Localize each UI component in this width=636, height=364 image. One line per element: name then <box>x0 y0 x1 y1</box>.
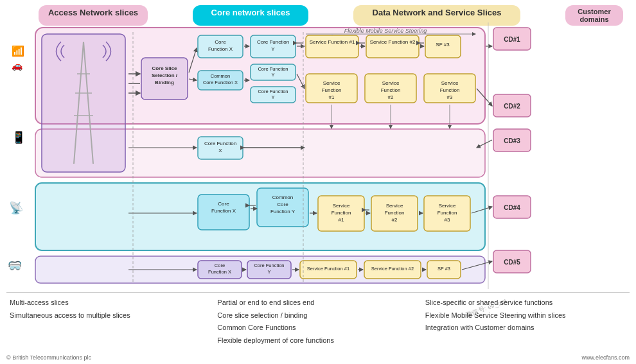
svg-text:Common: Common <box>211 73 230 79</box>
svg-text:Y: Y <box>271 72 274 78</box>
svg-text:Binding: Binding <box>155 80 174 85</box>
svg-text:CD#3: CD#3 <box>504 137 520 144</box>
svg-text:Function: Function <box>322 87 342 93</box>
svg-text:Y: Y <box>267 269 270 275</box>
bottom-col-2: Partial or end to end slices end Core sl… <box>214 298 421 348</box>
svg-text:SF #3: SF #3 <box>437 266 450 272</box>
footer-right: www.elecfans.com <box>581 354 630 361</box>
svg-text:Service: Service <box>333 203 350 209</box>
svg-text:#3: #3 <box>447 94 453 100</box>
svg-text:Y: Y <box>271 46 275 52</box>
svg-text:#1: #1 <box>339 217 344 223</box>
svg-text:#2: #2 <box>388 94 394 100</box>
svg-text:📡: 📡 <box>9 201 24 215</box>
svg-rect-68 <box>257 188 308 227</box>
bottom-text-data-1: Slice-specific or shared service functio… <box>425 298 626 308</box>
svg-text:Function X: Function X <box>208 269 231 275</box>
footer-left: © British Telecommunications plc <box>6 354 91 361</box>
svg-text:#2: #2 <box>392 217 398 223</box>
bottom-text-core-3: Common Core Functions <box>217 323 418 333</box>
svg-text:Core Function: Core Function <box>204 141 236 146</box>
svg-rect-25 <box>141 58 188 100</box>
svg-text:🚗: 🚗 <box>12 60 23 71</box>
bottom-text-access-1: Multi-access slices <box>10 298 211 308</box>
bottom-col-1: Multi-access slices Simultaneous access … <box>6 298 214 348</box>
bottom-section: Multi-access slices Simultaneous access … <box>6 292 630 348</box>
main-container: Access Network slices Core network slice… <box>0 0 636 364</box>
svg-text:Core Function: Core Function <box>254 263 284 268</box>
svg-text:Core Function: Core Function <box>257 39 289 45</box>
svg-text:CD#2: CD#2 <box>504 103 520 110</box>
svg-text:Core Slice: Core Slice <box>152 65 177 71</box>
svg-text:#3: #3 <box>445 217 450 223</box>
svg-text:Service: Service <box>323 80 340 86</box>
bottom-text-core-2: Core slice selection / binding <box>217 311 418 320</box>
svg-text:Function: Function <box>385 210 405 216</box>
svg-text:Flexible Mobile Service Steeri: Flexible Mobile Service Steering <box>344 28 427 34</box>
svg-text:CD#4: CD#4 <box>504 204 520 211</box>
svg-text:📱: 📱 <box>12 130 26 144</box>
svg-text:Service: Service <box>439 203 456 209</box>
svg-text:Selection /: Selection / <box>152 73 178 78</box>
svg-text:Core Function: Core Function <box>258 89 288 94</box>
svg-text:Core: Core <box>215 263 225 268</box>
svg-text:CD#5: CD#5 <box>504 259 520 266</box>
svg-text:Common: Common <box>272 195 293 200</box>
svg-text:Core: Core <box>215 39 226 45</box>
bottom-text-access-2: Simultaneous access to multiple slices <box>10 311 211 320</box>
svg-text:Service Function #1: Service Function #1 <box>310 39 355 45</box>
bottom-text-core-4: Flexible deployment of core functions <box>217 336 418 345</box>
bottom-text-data-2: Flexible Mobile Service Steering within … <box>425 311 626 320</box>
svg-text:Function X: Function X <box>208 46 233 52</box>
svg-text:#1: #1 <box>329 94 335 100</box>
svg-text:Service Function #2: Service Function #2 <box>371 266 414 272</box>
svg-text:X: X <box>218 148 222 153</box>
bottom-text-core-1: Partial or end to end slices end <box>217 298 418 308</box>
svg-text:Service: Service <box>441 80 459 86</box>
svg-text:SF #3: SF #3 <box>436 42 450 48</box>
bottom-text-data-3: Integration with Customer domains <box>425 323 626 333</box>
svg-text:Y: Y <box>271 94 274 100</box>
svg-text:Function: Function <box>381 87 401 93</box>
diagram-svg: CD#1 CD#2 CD#3 CD#4 CD#5 📶 🚗 📱 <box>0 22 636 292</box>
svg-text:Service: Service <box>386 203 403 209</box>
svg-text:Core Function: Core Function <box>258 66 288 72</box>
bottom-col-3: Slice-specific or shared service functio… <box>422 298 630 348</box>
svg-text:Function: Function <box>331 210 351 216</box>
svg-text:Service Function #2: Service Function #2 <box>370 39 416 45</box>
svg-text:Core: Core <box>277 202 288 207</box>
svg-text:Service Function #1: Service Function #1 <box>307 266 349 272</box>
svg-text:Service: Service <box>382 80 400 86</box>
svg-text:Function: Function <box>437 210 457 216</box>
svg-rect-14 <box>42 34 125 172</box>
svg-text:Core: Core <box>218 201 229 207</box>
svg-text:Function X: Function X <box>211 208 236 214</box>
svg-text:Core Function X: Core Function X <box>203 80 238 85</box>
svg-text:Function: Function <box>440 87 460 93</box>
svg-text:CD#1: CD#1 <box>504 36 520 43</box>
svg-text:🥽: 🥽 <box>8 259 22 273</box>
svg-text:📶: 📶 <box>12 45 24 57</box>
svg-text:Function Y: Function Y <box>270 209 296 214</box>
